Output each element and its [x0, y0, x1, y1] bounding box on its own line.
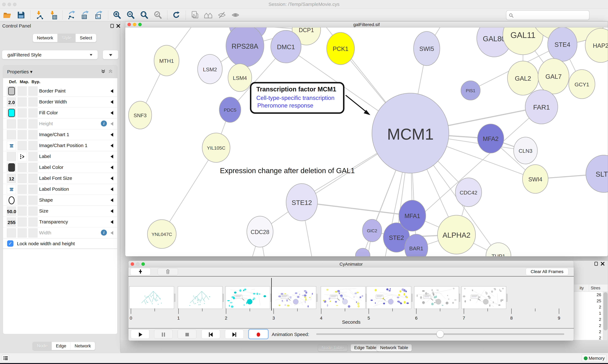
node-TUP1[interactable]: TUP1 [486, 243, 511, 257]
hide-selected-button[interactable] [216, 10, 227, 20]
node-GAL2[interactable]: GAL2 [508, 61, 539, 95]
ellipse-shape-icon[interactable] [8, 196, 15, 205]
frame-thumbnail-5[interactable] [367, 286, 411, 309]
position-icon[interactable] [9, 187, 14, 192]
zoom-out-button[interactable] [125, 10, 136, 20]
skip-to-end-button[interactable] [225, 329, 244, 339]
node-LSM2[interactable]: LSM2 [198, 54, 222, 84]
tab-node-table[interactable]: Node Table [318, 344, 347, 351]
node-STE12[interactable]: STE12 [286, 183, 318, 221]
default-value[interactable]: 2.0 [7, 100, 16, 105]
first-neighbors-button[interactable] [203, 10, 214, 20]
tab-node[interactable]: Node [33, 342, 52, 350]
add-frame-button[interactable] [130, 268, 151, 275]
property-row-image-chart-1[interactable]: Image/Chart 1 [3, 129, 117, 140]
tab-network-table[interactable]: Network Table [376, 344, 412, 351]
style-options-button[interactable] [103, 50, 118, 59]
tab-style[interactable]: Style [57, 34, 76, 42]
property-row-border-width[interactable]: 2.0Border Width [3, 97, 117, 107]
float-panel-icon[interactable] [594, 261, 599, 266]
export-table-button[interactable] [80, 10, 91, 20]
frame-handle[interactable] [459, 294, 460, 302]
expand-property-icon[interactable] [111, 220, 113, 224]
expand-property-icon[interactable] [111, 231, 113, 235]
task-history-button[interactable] [2, 355, 9, 362]
node-RPS28A[interactable]: RPS28A [226, 27, 264, 67]
node-LSM4[interactable]: LSM4 [228, 64, 252, 91]
property-row-label-position[interactable]: Label Position [3, 184, 117, 195]
property-row-size[interactable]: 50.0Size [3, 206, 117, 217]
expand-property-icon[interactable] [111, 176, 113, 180]
delete-frame-button[interactable] [158, 268, 178, 275]
search-input[interactable] [515, 11, 588, 19]
node-MFA1[interactable]: MFA1 [399, 200, 426, 231]
expand-property-icon[interactable] [111, 89, 113, 93]
discrete-mapping-icon[interactable] [19, 154, 25, 159]
tab-network[interactable]: Network [33, 34, 57, 42]
property-row-border-paint[interactable]: Border Paint [3, 86, 117, 97]
zoom-fit-button[interactable] [139, 10, 150, 20]
style-dropdown[interactable]: galFiltered Style [2, 50, 98, 59]
default-value[interactable]: 12 [7, 176, 16, 182]
tab-edge-table[interactable]: Edge Table [351, 344, 380, 351]
node-PIS1[interactable]: PIS1 [461, 81, 480, 100]
property-row-label-font-size[interactable]: 12Label Font Size [3, 173, 117, 184]
tab-select[interactable]: Select [76, 34, 96, 42]
position-icon[interactable] [9, 143, 14, 148]
default-swatch[interactable] [8, 163, 15, 171]
node-GAL11[interactable]: GAL11 [503, 27, 543, 55]
node-SLT2[interactable]: SLT2 [586, 155, 608, 193]
property-row-height[interactable]: Heighti [3, 118, 117, 129]
clone-network-button[interactable] [189, 10, 200, 20]
slider-thumb[interactable] [437, 330, 444, 338]
close-panel-icon[interactable] [116, 24, 121, 28]
animation-speed-slider[interactable] [316, 333, 564, 335]
frame-thumbnail-7[interactable] [462, 286, 506, 309]
expand-property-icon[interactable] [111, 133, 113, 137]
frame-thumbnail-1[interactable] [178, 286, 222, 309]
expand-property-icon[interactable] [111, 100, 113, 104]
record-button[interactable] [249, 329, 268, 339]
node-GAL7[interactable]: GAL7 [538, 59, 569, 94]
tab-network-style[interactable]: Network [70, 342, 95, 350]
property-row-label-color[interactable]: Label Color [3, 162, 117, 173]
info-icon[interactable]: i [101, 120, 107, 127]
cyanimator-timeline[interactable]: 0123456789 Seconds [128, 277, 574, 328]
skip-to-start-button[interactable] [201, 329, 220, 339]
node-DMC1[interactable]: DMC1 [271, 30, 301, 63]
property-row-image-chart-position-1[interactable]: Image/Chart Position 1 [3, 140, 117, 151]
node-MCM1[interactable]: MCM1 [372, 93, 449, 173]
annotation-link[interactable]: Pheromone response [257, 102, 313, 109]
node-MFA2[interactable]: MFA2 [478, 124, 504, 153]
node-FAR1[interactable]: FAR1 [525, 90, 558, 124]
node-STE4[interactable]: STE4 [548, 27, 577, 61]
annotation-link[interactable]: Cell-type-specific transcription [256, 95, 334, 101]
frame-thumbnail-0[interactable] [129, 286, 174, 309]
play-button[interactable] [131, 329, 150, 339]
property-row-label[interactable]: Label [3, 151, 117, 162]
expand-property-icon[interactable] [111, 122, 113, 126]
node-PCK1[interactable]: PCK1 [327, 32, 355, 65]
import-table-button[interactable] [47, 10, 59, 20]
frame-handle[interactable] [411, 294, 413, 302]
node-CDC42[interactable]: CDC42 [455, 178, 482, 207]
node-GIC2[interactable]: GIC2 [362, 219, 382, 242]
network-canvas[interactable]: DCP1RPS28ADMC1PCK1SWI5GAL80GAL11STE4HAP2… [125, 27, 608, 257]
apply-layout-button[interactable] [171, 10, 182, 20]
default-value[interactable]: 255 [7, 220, 16, 225]
node-YNL047C[interactable]: YNL047C [147, 220, 176, 248]
expand-property-icon[interactable] [111, 111, 113, 115]
frame-handle[interactable] [506, 294, 508, 302]
frame-handle[interactable] [174, 294, 175, 302]
float-panel-icon[interactable] [110, 24, 115, 28]
clear-all-frames-button[interactable]: Clear All Frames [526, 268, 568, 275]
pause-button[interactable] [154, 329, 173, 339]
annotation-mcm1[interactable]: Transcription factor MCM1Cell-type-speci… [251, 83, 370, 115]
default-value[interactable]: 50.0 [7, 209, 16, 214]
frame-thumbnail-3[interactable] [272, 286, 316, 309]
expand-property-icon[interactable] [111, 209, 113, 213]
frame-handle[interactable] [316, 294, 318, 302]
frame-thumbnail-2[interactable] [225, 286, 270, 309]
zoom-selected-button[interactable] [152, 10, 163, 20]
frame-handle[interactable] [222, 294, 224, 302]
